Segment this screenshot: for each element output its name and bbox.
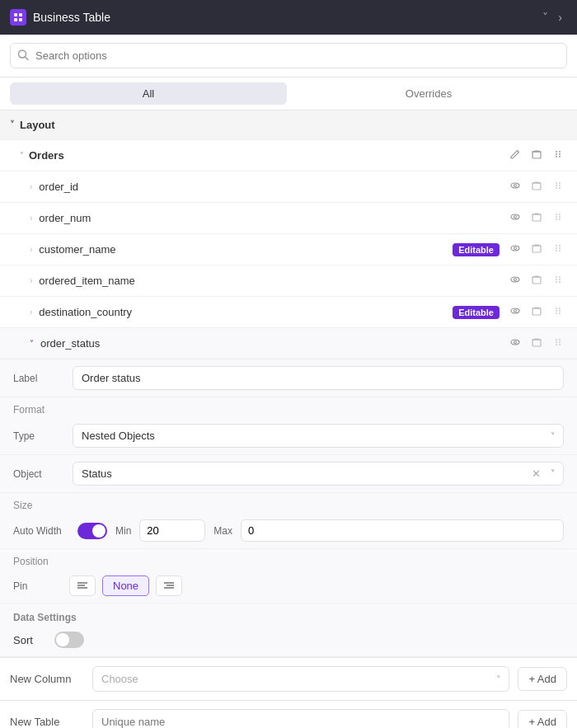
sort-toggle-knob <box>56 633 69 646</box>
svg-point-41 <box>559 247 561 249</box>
orders-chevron[interactable]: ˅ <box>20 151 24 160</box>
object-arrow-icon: ˅ <box>551 468 556 479</box>
max-input[interactable] <box>241 519 564 542</box>
field-customer-name-drag[interactable] <box>549 241 567 258</box>
svg-point-52 <box>556 281 557 283</box>
field-order-status-chevron[interactable]: ˅ <box>30 339 34 348</box>
field-order-num-drag[interactable] <box>549 209 567 227</box>
orders-edit-btn[interactable] <box>506 147 524 164</box>
svg-point-69 <box>559 339 561 341</box>
field-order-id-actions <box>506 178 567 195</box>
object-clear-btn[interactable]: ✕ <box>532 467 541 480</box>
svg-point-58 <box>556 308 557 309</box>
field-order-num-name: order_num <box>39 212 506 224</box>
field-destination-chevron[interactable]: › <box>30 308 32 317</box>
type-select[interactable]: Nested Objects <box>73 424 564 448</box>
field-customer-name-delete[interactable] <box>528 241 546 258</box>
field-destination-eye[interactable] <box>506 303 524 321</box>
field-ordered-item-eye[interactable] <box>506 272 524 289</box>
field-order-num: › order_num <box>0 202 577 233</box>
svg-point-59 <box>559 308 561 309</box>
svg-point-60 <box>556 310 557 312</box>
new-table-add-btn[interactable]: + Add <box>518 710 567 728</box>
svg-point-34 <box>511 246 519 251</box>
tab-all[interactable]: All <box>10 82 287 105</box>
header-expand-btn[interactable]: › <box>553 7 567 27</box>
svg-line-5 <box>26 57 29 60</box>
svg-point-68 <box>556 339 557 341</box>
svg-point-29 <box>559 214 561 215</box>
sort-toggle[interactable] <box>54 632 84 648</box>
svg-point-33 <box>559 218 561 220</box>
svg-point-32 <box>556 218 557 220</box>
field-order-id-delete[interactable] <box>528 178 546 195</box>
min-input[interactable] <box>139 519 205 542</box>
svg-point-44 <box>511 277 519 282</box>
tabs-bar: All Overrides <box>0 77 577 110</box>
svg-rect-66 <box>532 340 541 346</box>
svg-point-65 <box>514 341 517 344</box>
field-order-status-delete[interactable] <box>528 335 546 352</box>
svg-point-70 <box>556 341 557 343</box>
svg-point-18 <box>556 182 557 184</box>
svg-point-48 <box>556 276 557 278</box>
svg-point-24 <box>511 214 519 219</box>
svg-point-13 <box>559 156 561 157</box>
field-order-id-drag[interactable] <box>549 178 567 195</box>
svg-point-73 <box>559 344 561 345</box>
orders-drag-btn[interactable] <box>549 147 567 164</box>
field-order-status-name: order_status <box>40 337 506 350</box>
field-order-status-eye[interactable] <box>506 335 524 352</box>
new-column-add-btn[interactable]: + Add <box>518 667 567 691</box>
field-ordered-item-delete[interactable] <box>528 272 546 289</box>
new-column-label: New Column <box>10 673 84 685</box>
field-destination-drag[interactable] <box>549 303 567 321</box>
orders-group: ˅ Orders <box>0 139 577 657</box>
field-customer-name-name: customer_name <box>39 243 446 256</box>
field-ordered-item-name: › ordered_item_name <box>0 265 577 296</box>
search-input[interactable] <box>10 43 567 68</box>
field-order-num-eye[interactable] <box>506 209 524 227</box>
search-icon <box>17 49 29 63</box>
field-destination-delete[interactable] <box>528 303 546 321</box>
pin-none-btn[interactable]: None <box>102 575 149 596</box>
svg-point-19 <box>559 182 561 184</box>
svg-point-39 <box>559 245 561 247</box>
max-label: Max <box>213 525 232 537</box>
svg-point-72 <box>556 344 557 345</box>
svg-point-45 <box>514 279 517 281</box>
orders-group-name: Orders <box>29 149 506 162</box>
pin-right-btn[interactable] <box>156 575 182 596</box>
field-order-num-delete[interactable] <box>528 209 546 227</box>
pin-left-btn[interactable] <box>69 575 96 596</box>
object-select-outer: ✕ ˅ <box>73 462 564 486</box>
new-column-select[interactable]: Choose <box>92 666 509 692</box>
auto-width-toggle[interactable] <box>77 523 107 539</box>
svg-point-49 <box>559 276 561 278</box>
tab-overrides[interactable]: Overrides <box>290 82 567 105</box>
field-order-num-chevron[interactable]: › <box>30 214 32 223</box>
label-prop-label: Label <box>13 373 63 384</box>
type-row: Type Nested Objects ˅ <box>0 417 577 455</box>
new-table-row: New Table + Add <box>0 700 577 728</box>
field-customer-name-chevron[interactable]: › <box>30 245 32 254</box>
object-input[interactable] <box>73 462 564 486</box>
header-chevron-down[interactable]: ˅ <box>537 7 553 27</box>
new-table-input[interactable] <box>92 709 509 728</box>
layout-label: Layout <box>20 119 55 131</box>
svg-point-21 <box>559 185 561 186</box>
layout-header[interactable]: ˅ Layout <box>0 110 577 139</box>
orders-delete-btn[interactable] <box>528 147 546 164</box>
svg-rect-56 <box>532 308 541 315</box>
svg-point-55 <box>514 310 517 312</box>
field-order-id-chevron[interactable]: › <box>30 182 32 191</box>
field-ordered-item-drag[interactable] <box>549 272 567 289</box>
svg-point-10 <box>556 153 557 155</box>
field-ordered-item-chevron[interactable]: › <box>30 276 32 285</box>
label-input[interactable] <box>73 366 564 390</box>
field-customer-name-eye[interactable] <box>506 241 524 258</box>
field-order-status-drag[interactable] <box>549 335 567 352</box>
field-order-id-eye[interactable] <box>506 178 524 195</box>
pin-label: Pin <box>13 580 63 592</box>
format-section-label: Format <box>0 397 577 417</box>
